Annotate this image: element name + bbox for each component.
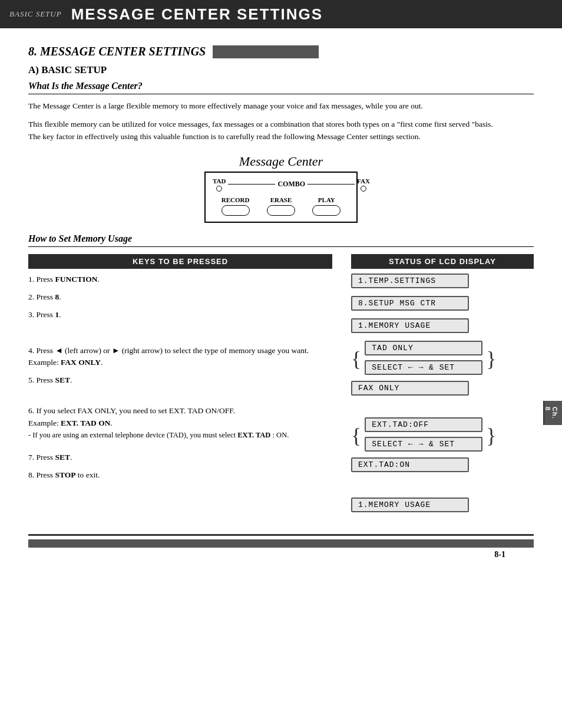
step-8: 8. Press STOP to exit. — [28, 469, 332, 481]
step-2-bold: 8 — [55, 292, 59, 301]
mc-erase-btn — [267, 205, 295, 216]
page-header: BASIC SETUP MESSAGE CENTER SETTINGS — [0, 0, 562, 28]
bracket-inner-4: TAD ONLY SELECT ← → & SET — [365, 341, 482, 378]
step-3-bold: 1 — [55, 310, 59, 319]
lcd-box-step2: 8.SETUP MSG CTR — [351, 296, 469, 311]
step-5-bold: SET — [55, 375, 70, 384]
lcd-step7: 1.MEMORY USAGE — [351, 498, 534, 515]
mc-play-group: PLAY — [312, 196, 340, 216]
bracket-right-4: } — [486, 348, 496, 370]
mc-diagram: Message Center TAD COMBO FAX — [204, 154, 358, 223]
footer-bar — [28, 539, 534, 548]
section-heading: 8. MESSAGE CENTER SETTINGS — [28, 45, 534, 58]
lcd-select-5: SELECT ← → & SET — [365, 437, 482, 452]
lcd-box-ext-tad-on: EXT.TAD:ON — [351, 457, 469, 472]
step-2: 2. Press 8. — [28, 291, 332, 303]
mc-diagram-title: Message Center — [204, 154, 358, 169]
body-text-1: The Message Center is a large flexible m… — [28, 100, 534, 113]
step-3: 3. Press 1. — [28, 309, 332, 321]
bracket-right-5: } — [486, 425, 496, 446]
spacer-1 — [351, 403, 534, 417]
keys-header: KEYS TO BE PRESSED — [28, 254, 332, 269]
step-8-bold: STOP — [55, 470, 75, 479]
lcd-tad-only: TAD ONLY — [365, 341, 482, 355]
mc-row1: TAD COMBO FAX — [213, 177, 349, 192]
step-4: 4. Press ◄ (left arrow) or ► (right arro… — [28, 345, 332, 369]
step-6: 6. If you select FAX ONLY, you need to s… — [28, 405, 332, 441]
step-6-bold: EXT. TAD ON — [61, 419, 110, 427]
step-7: 7. Press SET. — [28, 452, 332, 463]
section-heading-text: 8. MESSAGE CENTER SETTINGS — [28, 45, 206, 58]
mc-box: TAD COMBO FAX RECOR — [204, 172, 358, 223]
page-number: 8-1 — [28, 550, 534, 559]
mc-record-label: RECORD — [222, 196, 250, 203]
mc-erase-group: ERASE — [267, 196, 295, 216]
mc-fax-group: FAX — [357, 177, 370, 192]
main-content: 8. MESSAGE CENTER SETTINGS A) BASIC SETU… — [0, 28, 562, 576]
mc-tad-group: TAD — [213, 177, 226, 192]
how-to-heading: How to Set Memory Usage — [28, 233, 534, 247]
lcd-step5-group: { EXT.TAD:OFF SELECT ← → & SET } — [351, 417, 534, 454]
sub-heading: A) BASIC SETUP — [28, 64, 534, 76]
footer: 8-1 — [28, 534, 534, 559]
lcd-fax-only: FAX ONLY — [351, 381, 534, 398]
mc-record-group: RECORD — [222, 196, 250, 216]
mc-record-btn — [222, 205, 250, 216]
bracket-inner-5: EXT.TAD:OFF SELECT ← → & SET — [365, 417, 482, 454]
what-is-heading: What Is the Message Center? — [28, 81, 534, 94]
mc-line-left — [228, 184, 275, 185]
step-5-num: 5. — [28, 375, 37, 384]
spacer-2 — [351, 480, 534, 498]
lcd-box-step1: 1.TEMP.SETTINGS — [351, 274, 469, 288]
section-heading-bar — [213, 45, 319, 58]
mc-erase-label: ERASE — [270, 196, 292, 203]
mc-diagram-wrapper: Message Center TAD COMBO FAX — [28, 154, 534, 223]
mc-play-btn — [312, 205, 340, 216]
mc-fax-label: FAX — [357, 177, 370, 185]
col-left: KEYS TO BE PRESSED 1. Press FUNCTION. 2.… — [28, 254, 332, 520]
step-1-num: 1. — [28, 275, 37, 284]
lcd-select-4: SELECT ← → & SET — [365, 360, 482, 375]
lcd-step3: 1.MEMORY USAGE — [351, 318, 534, 336]
lcd-step2: 8.SETUP MSG CTR — [351, 296, 534, 314]
step-4-bold: FAX ONLY — [61, 358, 101, 367]
two-col-layout: KEYS TO BE PRESSED 1. Press FUNCTION. 2.… — [28, 254, 534, 520]
mc-combo-group: COMBO — [226, 180, 357, 189]
step-1-bold: FUNCTION — [55, 275, 97, 284]
step-1: 1. Press FUNCTION. — [28, 274, 332, 285]
step-6-num: 6. — [28, 406, 37, 415]
header-title: MESSAGE CENTER SETTINGS — [71, 5, 323, 24]
mc-line-right — [308, 184, 355, 185]
step-5: 5. Press SET. — [28, 374, 332, 386]
mc-play-label: PLAY — [318, 196, 335, 203]
step-2-num: 2. — [28, 292, 37, 301]
lcd-ext-tad-off: EXT.TAD:OFF — [365, 417, 482, 432]
step-3-num: 3. — [28, 310, 37, 319]
step-7-num: 7. — [28, 453, 37, 462]
mc-combo-label: COMBO — [277, 180, 305, 189]
lcd-step1: 1.TEMP.SETTINGS — [351, 274, 534, 291]
mc-tad-label: TAD — [213, 177, 226, 185]
lcd-ext-tad-on: EXT.TAD:ON — [351, 457, 534, 475]
col-right: STATUS OF LCD DISPLAY 1.TEMP.SETTINGS 8.… — [351, 254, 534, 520]
lcd-box-fax-only: FAX ONLY — [351, 381, 469, 396]
body-text-2: This flexible memory can be utilized for… — [28, 118, 534, 143]
step-7-bold: SET — [55, 453, 70, 462]
bracket-left-4: { — [351, 348, 361, 370]
lcd-box-step7: 1.MEMORY USAGE — [351, 498, 469, 512]
lcd-box-step3: 1.MEMORY USAGE — [351, 318, 469, 333]
status-header: STATUS OF LCD DISPLAY — [351, 254, 534, 269]
mc-tad-circle — [216, 186, 222, 192]
bracket-left-5: { — [351, 425, 361, 446]
chapter-tab: Ch.8 — [543, 401, 562, 425]
mc-fax-circle — [361, 186, 366, 192]
mc-row2: RECORD ERASE PLAY — [213, 196, 349, 216]
step-8-num: 8. — [28, 470, 37, 479]
header-basic-setup: BASIC SETUP — [9, 9, 62, 19]
lcd-step4-group: { TAD ONLY SELECT ← → & SET } — [351, 341, 534, 378]
step-6-bold2: EXT. TAD — [237, 431, 270, 439]
step-4-num: 4. — [28, 346, 37, 355]
